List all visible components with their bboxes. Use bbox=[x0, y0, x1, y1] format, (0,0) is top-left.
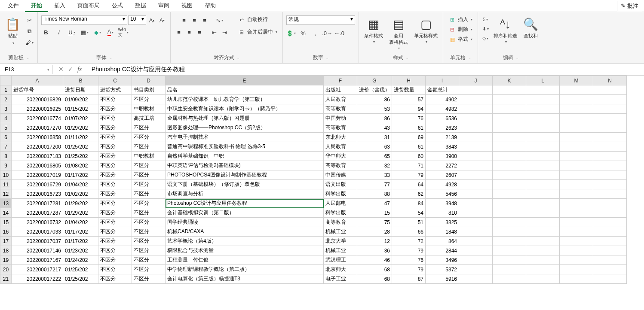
font-family-select[interactable]: Times New Roman ▾ bbox=[41, 15, 127, 25]
cell[interactable]: 202200017287 bbox=[12, 208, 63, 218]
row-header[interactable]: 20 bbox=[0, 265, 12, 274]
cell[interactable]: 进货日期 bbox=[63, 85, 98, 95]
cell[interactable]: 01/07/202 bbox=[63, 114, 98, 123]
cell[interactable]: 语文下册（基础模块）（修订版）双色版 bbox=[166, 180, 324, 189]
cell[interactable]: 不区分 bbox=[98, 189, 132, 199]
row-header[interactable]: 3 bbox=[0, 104, 12, 114]
row-header[interactable]: 21 bbox=[0, 274, 12, 284]
cell[interactable]: 不区分 bbox=[98, 95, 132, 104]
cell[interactable]: 高技工培 bbox=[132, 114, 166, 123]
cell[interactable]: 36 bbox=[357, 246, 392, 255]
cell[interactable] bbox=[593, 208, 627, 218]
cell[interactable]: 68 bbox=[357, 265, 392, 274]
merge-center-button[interactable]: ⊟合并后居中 bbox=[236, 28, 279, 36]
cell[interactable] bbox=[593, 237, 627, 246]
cell[interactable] bbox=[593, 274, 627, 284]
align-top-icon[interactable]: ≡ bbox=[179, 15, 189, 25]
format-painter-icon[interactable]: 🖌 bbox=[25, 38, 34, 47]
col-header-E[interactable]: E bbox=[166, 76, 324, 85]
cell[interactable]: 76 bbox=[392, 255, 426, 265]
conditional-format-button[interactable]: ▦条件格式 bbox=[362, 15, 385, 45]
fill-color-button[interactable]: ◆ bbox=[93, 27, 102, 37]
cell[interactable] bbox=[493, 180, 526, 189]
cell[interactable] bbox=[593, 114, 627, 123]
row-header[interactable]: 15 bbox=[0, 218, 12, 227]
cell[interactable]: 3825 bbox=[426, 218, 459, 227]
cell[interactable]: 极限配合与技术测量 bbox=[166, 246, 324, 255]
orientation-icon[interactable]: ⤡ bbox=[215, 15, 224, 25]
cell[interactable]: 北京大学 bbox=[324, 237, 357, 246]
cell[interactable] bbox=[526, 85, 560, 95]
cell[interactable] bbox=[526, 104, 560, 114]
cell[interactable]: 2139 bbox=[426, 133, 459, 142]
cell[interactable] bbox=[459, 189, 493, 199]
sort-filter-button[interactable]: ᴬ↓排序和筛选 bbox=[492, 15, 519, 45]
cell-style-button[interactable]: ▢单元格样式 bbox=[412, 15, 439, 45]
cell[interactable]: 不区分 bbox=[132, 265, 166, 274]
cell[interactable] bbox=[560, 104, 593, 114]
cell[interactable] bbox=[459, 246, 493, 255]
cell[interactable]: 28 bbox=[357, 227, 392, 237]
cell[interactable]: 01/04/202 bbox=[63, 218, 98, 227]
cell[interactable]: 不区分 bbox=[132, 218, 166, 227]
cell[interactable]: 01/23/202 bbox=[63, 246, 98, 255]
cell[interactable] bbox=[493, 161, 526, 170]
cell[interactable]: 自然科学基础知识 中职 bbox=[166, 152, 324, 161]
cancel-icon[interactable]: ✕ bbox=[58, 66, 64, 73]
cell[interactable] bbox=[493, 133, 526, 142]
cell[interactable]: 01/17/202 bbox=[63, 170, 98, 180]
cell[interactable]: 国学经典诵读 bbox=[166, 218, 324, 227]
row-header[interactable]: 7 bbox=[0, 142, 12, 152]
cell[interactable]: 84 bbox=[392, 199, 426, 208]
cell[interactable]: 01/29/202 bbox=[63, 123, 98, 133]
wrap-text-button[interactable]: ↩自动换行 bbox=[236, 15, 270, 24]
cell[interactable] bbox=[526, 180, 560, 189]
cell[interactable]: 4982 bbox=[426, 104, 459, 114]
cell[interactable] bbox=[459, 274, 493, 284]
row-header[interactable]: 2 bbox=[0, 95, 12, 104]
cell[interactable] bbox=[526, 142, 560, 152]
cell[interactable]: 31 bbox=[357, 133, 392, 142]
cell[interactable] bbox=[526, 189, 560, 199]
cell[interactable]: 32 bbox=[357, 161, 392, 170]
align-middle-icon[interactable]: ≡ bbox=[190, 15, 199, 25]
cell[interactable] bbox=[526, 265, 560, 274]
cell[interactable] bbox=[493, 170, 526, 180]
cell[interactable] bbox=[526, 218, 560, 227]
cell[interactable]: 高等教育 bbox=[324, 123, 357, 133]
bold-button[interactable]: B bbox=[41, 27, 51, 37]
cell[interactable]: 语文出版 bbox=[324, 180, 357, 189]
menu-数据[interactable]: 数据 bbox=[129, 0, 152, 12]
cell[interactable]: 76 bbox=[392, 114, 426, 123]
cell[interactable]: 01/02/202 bbox=[63, 189, 98, 199]
cell[interactable] bbox=[459, 180, 493, 189]
cell[interactable] bbox=[493, 274, 526, 284]
cell[interactable]: 202200017217 bbox=[12, 265, 63, 274]
cell[interactable]: 出版社 bbox=[324, 85, 357, 95]
underline-button[interactable]: U bbox=[67, 27, 77, 37]
cell[interactable]: 科学出版 bbox=[324, 208, 357, 218]
cell[interactable]: 71 bbox=[392, 161, 426, 170]
cell[interactable] bbox=[459, 123, 493, 133]
cell[interactable]: 不区分 bbox=[132, 246, 166, 255]
cell[interactable]: 202200017270 bbox=[12, 123, 63, 133]
cell[interactable]: 高等教育 bbox=[324, 218, 357, 227]
cell[interactable] bbox=[459, 237, 493, 246]
cell[interactable] bbox=[493, 95, 526, 104]
align-left-icon[interactable]: ≡ bbox=[174, 27, 184, 37]
cell[interactable]: 64 bbox=[392, 180, 426, 189]
cell[interactable]: 不区分 bbox=[132, 133, 166, 142]
cell[interactable]: 不区分 bbox=[132, 208, 166, 218]
cell[interactable] bbox=[560, 237, 593, 246]
cell[interactable]: 不区分 bbox=[98, 180, 132, 189]
cell[interactable]: 810 bbox=[426, 208, 459, 218]
cell[interactable]: 61 bbox=[392, 123, 426, 133]
cell[interactable]: 金额总计 bbox=[426, 85, 459, 95]
cell[interactable]: 202200017222 bbox=[12, 274, 63, 284]
cell[interactable] bbox=[593, 142, 627, 152]
row-header[interactable]: 17 bbox=[0, 237, 12, 246]
cell[interactable]: 2607 bbox=[426, 170, 459, 180]
cell[interactable]: 6536 bbox=[426, 114, 459, 123]
cell[interactable] bbox=[593, 104, 627, 114]
cell[interactable] bbox=[493, 123, 526, 133]
